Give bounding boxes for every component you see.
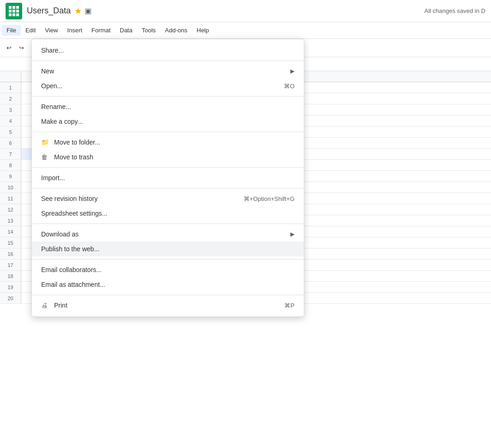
row-number: 7 xyxy=(0,149,21,159)
redo-button[interactable]: ↪ xyxy=(16,42,27,53)
row-number: 9 xyxy=(0,171,21,182)
menu-addons[interactable]: Add-ons xyxy=(160,25,192,36)
row-number: 11 xyxy=(0,193,21,204)
divider-7 xyxy=(32,259,304,260)
menu-item-email-collab[interactable]: Email collaborators... xyxy=(32,262,304,277)
row-number: 2 xyxy=(0,93,21,104)
row-number: 18 xyxy=(0,271,21,281)
divider-3 xyxy=(32,132,304,132)
menu-item-new[interactable]: New ▶ xyxy=(32,64,304,79)
menu-item-rename[interactable]: Rename... xyxy=(32,99,304,114)
menu-item-share[interactable]: Share... xyxy=(32,43,304,58)
row-number: 16 xyxy=(0,248,21,259)
menu-insert[interactable]: Insert xyxy=(62,25,87,36)
menu-item-settings[interactable]: Spreadsheet settings... xyxy=(32,206,304,221)
top-bar: Users_Data ★ ▣ All changes saved in D xyxy=(0,0,491,22)
app-icon xyxy=(6,3,22,19)
row-number: 13 xyxy=(0,215,21,226)
row-number: 19 xyxy=(0,282,21,292)
download-arrow-icon: ▶ xyxy=(290,231,295,237)
menu-format[interactable]: Format xyxy=(87,25,115,36)
menu-item-publish[interactable]: Publish to the web... xyxy=(32,242,304,256)
divider-2 xyxy=(32,96,304,97)
menu-item-move-trash[interactable]: 🗑 Move to trash xyxy=(32,150,304,164)
new-arrow-icon: ▶ xyxy=(290,68,295,74)
folder-menu-icon: 📁 xyxy=(41,139,50,146)
row-number: 17 xyxy=(0,260,21,270)
menu-edit[interactable]: Edit xyxy=(21,25,40,36)
menu-item-make-copy[interactable]: Make a copy... xyxy=(32,114,304,129)
row-number: 5 xyxy=(0,127,21,137)
menu-item-print[interactable]: 🖨 Print ⌘P xyxy=(32,298,304,313)
row-number: 6 xyxy=(0,138,21,148)
menu-item-open[interactable]: Open... ⌘O xyxy=(32,79,304,93)
row-number: 4 xyxy=(0,115,21,126)
menu-tools[interactable]: Tools xyxy=(137,25,160,36)
star-icon[interactable]: ★ xyxy=(74,6,82,16)
row-number: 1 xyxy=(0,82,21,93)
divider-1 xyxy=(32,61,304,61)
menu-item-email-attach[interactable]: Email as attachment... xyxy=(32,277,304,292)
row-number: 15 xyxy=(0,237,21,248)
row-number: 20 xyxy=(0,293,21,303)
menu-data[interactable]: Data xyxy=(115,25,137,36)
menu-bar: File Edit View Insert Format Data Tools … xyxy=(0,22,491,39)
divider-5 xyxy=(32,188,304,188)
menu-item-download[interactable]: Download as ▶ xyxy=(32,227,304,242)
menu-file[interactable]: File xyxy=(2,25,21,36)
menu-help[interactable]: Help xyxy=(192,25,214,36)
header-spacer xyxy=(0,71,21,82)
menu-item-import[interactable]: Import... xyxy=(32,170,304,185)
divider-4 xyxy=(32,167,304,168)
folder-icon[interactable]: ▣ xyxy=(85,6,92,15)
file-dropdown-menu: Share... New ▶ Open... ⌘O Rename... Make… xyxy=(31,39,304,317)
menu-item-move-folder[interactable]: 📁 Move to folder... xyxy=(32,135,304,150)
divider-8 xyxy=(32,295,304,295)
autosave-status: All changes saved in D xyxy=(424,7,485,14)
row-number: 10 xyxy=(0,182,21,193)
row-number: 14 xyxy=(0,226,21,237)
menu-item-revision-history[interactable]: See revision history ⌘+Option+Shift+G xyxy=(32,191,304,206)
menu-view[interactable]: View xyxy=(40,25,62,36)
trash-menu-icon: 🗑 xyxy=(41,153,50,161)
row-number: 12 xyxy=(0,204,21,215)
undo-button[interactable]: ↩ xyxy=(4,42,14,53)
print-menu-icon: 🖨 xyxy=(41,302,50,309)
row-number: 8 xyxy=(0,160,21,170)
doc-title[interactable]: Users_Data xyxy=(27,6,71,16)
row-number: 3 xyxy=(0,104,21,115)
divider-6 xyxy=(32,224,304,224)
